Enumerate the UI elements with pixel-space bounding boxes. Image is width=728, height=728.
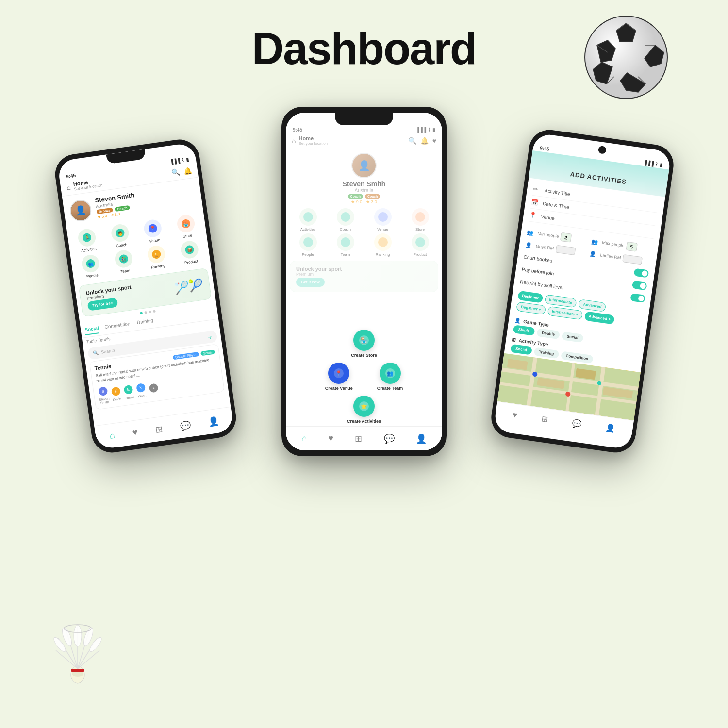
coach-label: Coach [116,242,128,248]
nav-messages[interactable]: 💬 [176,416,195,434]
icon-team[interactable]: 👫 Team [107,248,141,275]
team-icon: 👫 [114,249,133,269]
ladies-input[interactable] [622,254,643,265]
create-store-icon: 🏪 [353,330,375,351]
activities-icon: 🏃 [77,228,97,248]
product-label: Product [184,259,199,265]
fab-create-activities[interactable]: ⭐ Create Activities [347,396,381,424]
wifi-icon: ⌇ [182,157,184,163]
left-phone: 9:45 ▐▐▐ ⌇ ▮ ⌂ Home Set your location [52,137,238,455]
signal-icon-right: ▐▐▐ [643,160,654,166]
right-nav-msg[interactable]: 💬 [568,415,585,432]
tab-competition[interactable]: Competition [104,321,131,332]
tab-training[interactable]: Training [135,317,154,328]
pay-before-join-toggle[interactable] [632,281,647,290]
icon-product[interactable]: 📦 Product [173,239,207,266]
right-nav-grid[interactable]: ⊞ [538,411,552,427]
center-nav-msg[interactable]: 💬 [381,430,397,447]
center-phone-notch [335,113,393,125]
icon-activities[interactable]: 🏃 Activities [71,227,104,254]
icon-store[interactable]: 🏪 Store [169,213,203,240]
tab-social[interactable]: Social [84,325,100,335]
ladies-label: Ladies RM [600,252,621,260]
btn-social[interactable]: Social [562,331,584,343]
avatar-label-emma: Emma [124,395,134,400]
create-team-icon: 👥 [380,363,401,384]
soccer-ball-decoration [582,14,670,101]
btn-beginner[interactable]: Beginner [517,291,543,303]
btn-beginner-plus[interactable]: Beginner + [516,302,546,315]
nav-profile[interactable]: 👤 [204,412,223,430]
max-people-value[interactable]: 5 [626,242,637,252]
left-phone-header-left: ⌂ Home Set your location [66,177,103,192]
guys-input[interactable] [555,245,576,255]
battery-icon: ▮ [186,157,189,163]
right-nav-profile[interactable]: 👤 [602,420,619,437]
try-for-free-button[interactable]: Try for free [87,298,118,311]
people-icon: 👥 [527,229,534,236]
icon-coach[interactable]: 👨 Coach [104,222,137,249]
promo-illustration: 🏸🎾 [173,278,204,295]
right-phone-screen: 9:45 ▐▐▐ ⌇ ▮ ADD ACTIVITIES ✏ Activity T… [493,132,672,449]
min-people-value[interactable]: 2 [560,232,572,243]
ranking-icon: 🏆 [147,245,166,265]
nav-home[interactable]: ⌂ [106,427,119,445]
btn-activity-training[interactable]: Training [533,347,559,359]
dot-4[interactable] [153,310,156,313]
dot-2[interactable] [144,311,147,314]
add-button[interactable]: + [208,333,213,341]
svg-line-15 [78,650,99,669]
venue-icon: 📍 [143,218,163,238]
ranking-label: Ranking [151,264,165,270]
store-label: Store [182,233,192,239]
min-people-label: Min people [537,231,559,239]
btn-advanced-plus[interactable]: Advanced + [584,311,615,324]
court-booked-toggle[interactable] [633,268,649,278]
avatar-emma: E [122,383,134,396]
search-icon: 🔍 [93,350,99,356]
center-bottom-nav: ⌂ ♥ ⊞ 💬 👤 [286,426,442,450]
right-nav-fav[interactable]: ♥ [509,407,521,423]
people-icon-2: 👥 [591,238,599,245]
wifi-icon-right: ⌇ [655,162,658,167]
activity-name: Tennis [94,363,112,371]
avatar-face: 👤 [70,199,92,221]
fab-create-store[interactable]: 🏪 Create Store [351,330,377,358]
icon-ranking[interactable]: 🏆 Ranking [140,244,174,271]
icon-people[interactable]: 👥 People [74,253,108,280]
guys-label: Guys RM [535,244,554,251]
create-venue-icon: 📍 [328,363,349,384]
fab-create-venue[interactable]: 📍 Create Venue [325,363,353,391]
svg-rect-8 [71,669,84,672]
bell-icon[interactable]: 🔔 [183,166,192,175]
btn-advanced[interactable]: Advanced [578,299,606,312]
promo-text: Unlock your sport Premium Try for free [85,284,133,311]
fab-create-team[interactable]: 👥 Create Team [377,363,403,391]
dot-1[interactable] [140,312,143,314]
svg-text:⭐: ⭐ [361,403,367,410]
calendar-icon: 📅 [531,199,540,206]
search-icon[interactable]: 🔍 [171,167,180,176]
center-nav-fav[interactable]: ♥ [325,430,336,447]
phones-container: 9:45 ▐▐▐ ⌇ ▮ ⌂ Home Set your location [73,107,655,641]
venue-label: Venue [149,238,161,244]
nav-favorites[interactable]: ♥ [129,424,142,441]
nav-grid[interactable]: ⊞ [151,420,166,438]
center-phone-screen: 9:45 ▐▐▐ ⌇ ▮ ⌂ Home Set your location [286,113,442,450]
activities-label: Activities [81,247,97,253]
court-booked-label: Court booked [523,254,553,263]
fab-bottom-row: 📍 Create Venue 👥 Create Team [325,363,403,391]
dot-3[interactable] [149,311,151,314]
left-phone-time: 9:45 [66,173,76,180]
btn-double[interactable]: Double [536,328,560,339]
btn-single[interactable]: Single [513,325,535,336]
fab-area: 🏪 Create Store 📍 Create Venue 👥 [286,330,442,424]
center-nav-profile[interactable]: 👤 [413,430,430,447]
center-nav-home[interactable]: ⌂ [298,430,310,447]
icon-venue[interactable]: 📍 Venue [137,217,170,245]
center-nav-grid[interactable]: ⊞ [352,430,365,447]
btn-activity-social[interactable]: Social [510,344,532,355]
restrict-skill-toggle[interactable] [630,293,645,303]
left-phone-header-actions[interactable]: 🔍 🔔 [171,166,192,177]
ladies-icon: 👤 [589,250,597,258]
